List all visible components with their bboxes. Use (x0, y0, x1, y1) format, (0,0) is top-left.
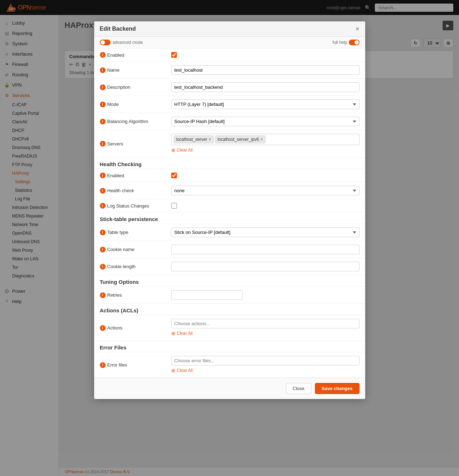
table-type-label: i Table type (100, 230, 171, 235)
actions-col: ⊗ Clear All (171, 319, 359, 337)
servers-label: i Servers (100, 141, 171, 147)
name-info-icon: i (100, 67, 106, 73)
stick-table-section: Stick-table persistence (94, 213, 365, 224)
servers-clear-all[interactable]: ⊗ Clear All (171, 147, 359, 154)
servers-tags-container[interactable]: localhost_server × localhost_server_ipv6… (171, 134, 359, 145)
field-table-type: i Table type Stick on Source-IP [default… (94, 224, 365, 241)
health-check-label: i Health check (100, 188, 171, 194)
field-cookie-length: i Cookie length (94, 258, 365, 275)
balancing-info-icon: i (100, 119, 106, 124)
full-help-switch[interactable] (349, 40, 359, 45)
retries-info-icon: i (100, 292, 106, 298)
server-tag-0: localhost_server × (174, 135, 214, 143)
server-tag-remove-0[interactable]: × (209, 137, 211, 142)
field-health-check: i Health check none HTTP TCP SMTP (94, 182, 365, 199)
servers-col: localhost_server × localhost_server_ipv6… (171, 134, 359, 154)
field-servers: i Servers localhost_server × localhost_s… (94, 130, 365, 158)
actions-clear-all-icon: ⊗ (171, 331, 175, 336)
mode-info-icon: i (100, 102, 106, 107)
cookie-name-input[interactable] (171, 245, 359, 254)
advanced-mode-label: advanced mode (113, 40, 143, 45)
server-tag-label-1: localhost_server_ipv6 (218, 137, 259, 142)
field-balancing: i Balancing Algorithm Source-IP Hash [de… (94, 113, 365, 130)
actions-info-icon: i (100, 325, 106, 331)
retries-input[interactable] (171, 290, 243, 300)
server-tag-label-0: localhost_server (176, 137, 207, 142)
balancing-select[interactable]: Source-IP Hash [default] Round Robin Lea… (171, 117, 359, 126)
edit-backend-modal: Edit Backend × advanced mode full help i… (94, 21, 365, 399)
tuning-section: Tuning Options (94, 275, 365, 287)
name-label: i Name (100, 67, 171, 73)
field-cookie-name: i Cookie name (94, 241, 365, 258)
advanced-mode-switch[interactable] (100, 40, 111, 45)
field-actions: i Actions ⊗ Clear All (94, 315, 365, 341)
health-checking-section: Health Checking (94, 158, 365, 169)
save-button[interactable]: Save changes (315, 383, 359, 394)
health-check-info-icon: i (100, 188, 106, 194)
retries-label: i Retries (100, 292, 171, 298)
servers-clear-all-icon: ⊗ (171, 147, 175, 153)
cookie-name-info-icon: i (100, 247, 106, 252)
enabled-label: i Enabled (100, 52, 171, 58)
error-files-input[interactable] (171, 356, 359, 365)
cookie-length-info-icon: i (100, 264, 106, 270)
field-retries: i Retries (94, 287, 365, 304)
error-files-section: Error Files (94, 341, 365, 352)
enabled-info-icon: i (100, 52, 106, 58)
enabled-checkbox[interactable] (171, 52, 177, 58)
advanced-mode-toggle: advanced mode (100, 40, 143, 45)
modal-header: Edit Backend × (94, 21, 365, 37)
field-log-status: i Log Status Changes (94, 199, 365, 213)
hc-enabled-label: i Enabled (100, 173, 171, 178)
hc-enabled-info-icon: i (100, 173, 106, 178)
description-info-icon: i (100, 85, 106, 90)
field-hc-enabled: i Enabled (94, 169, 365, 182)
field-enabled: i Enabled (94, 48, 365, 62)
field-mode: i Mode HTTP (Layer 7) [default] TCP (Lay… (94, 96, 365, 113)
field-name: i Name (94, 62, 365, 79)
balancing-label: i Balancing Algorithm (100, 119, 171, 124)
mode-select[interactable]: HTTP (Layer 7) [default] TCP (Layer 4) (171, 99, 359, 109)
cookie-length-label: i Cookie length (100, 264, 171, 270)
error-files-clear-all-icon: ⊗ (171, 368, 175, 373)
mode-label: i Mode (100, 102, 171, 107)
description-input[interactable] (171, 82, 359, 92)
error-files-info-icon: i (100, 362, 106, 368)
hc-enabled-checkbox[interactable] (171, 173, 177, 178)
table-type-info-icon: i (100, 230, 106, 235)
name-input[interactable] (171, 65, 359, 75)
health-check-select[interactable]: none HTTP TCP SMTP (171, 186, 359, 195)
close-button[interactable]: Close (286, 383, 311, 394)
modal-overlay: Edit Backend × advanced mode full help i… (0, 0, 459, 476)
actions-input[interactable] (171, 319, 359, 328)
actions-clear-all[interactable]: ⊗ Clear All (171, 330, 359, 337)
error-files-col: ⊗ Clear All (171, 356, 359, 374)
modal-close-button[interactable]: × (356, 26, 359, 32)
modal-title: Edit Backend (100, 26, 136, 32)
field-description: i Description (94, 79, 365, 96)
table-type-select[interactable]: Stick on Source-IP [default] Stick on Co… (171, 227, 359, 237)
full-help-toggle[interactable]: full help (332, 40, 359, 45)
log-status-info-icon: i (100, 203, 106, 209)
modal-topbar: advanced mode full help (94, 37, 365, 48)
actions-acls-section: Actions (ACLs) (94, 304, 365, 315)
cookie-length-input[interactable] (171, 262, 359, 271)
error-files-label: i Error files (100, 362, 171, 368)
log-status-label: i Log Status Changes (100, 203, 171, 209)
cookie-name-label: i Cookie name (100, 247, 171, 252)
log-status-checkbox[interactable] (171, 203, 177, 209)
server-tag-remove-1[interactable]: × (260, 137, 263, 142)
error-files-clear-all[interactable]: ⊗ Clear All (171, 367, 359, 374)
field-error-files: i Error files ⊗ Clear All (94, 352, 365, 378)
modal-footer: Close Save changes (94, 378, 365, 399)
description-label: i Description (100, 85, 171, 90)
full-help-label: full help (332, 40, 347, 45)
server-tag-1: localhost_server_ipv6 × (215, 135, 265, 143)
modal-body: i Enabled i Name i Description (94, 48, 365, 378)
servers-info-icon: i (100, 141, 106, 147)
actions-label: i Actions (100, 325, 171, 331)
